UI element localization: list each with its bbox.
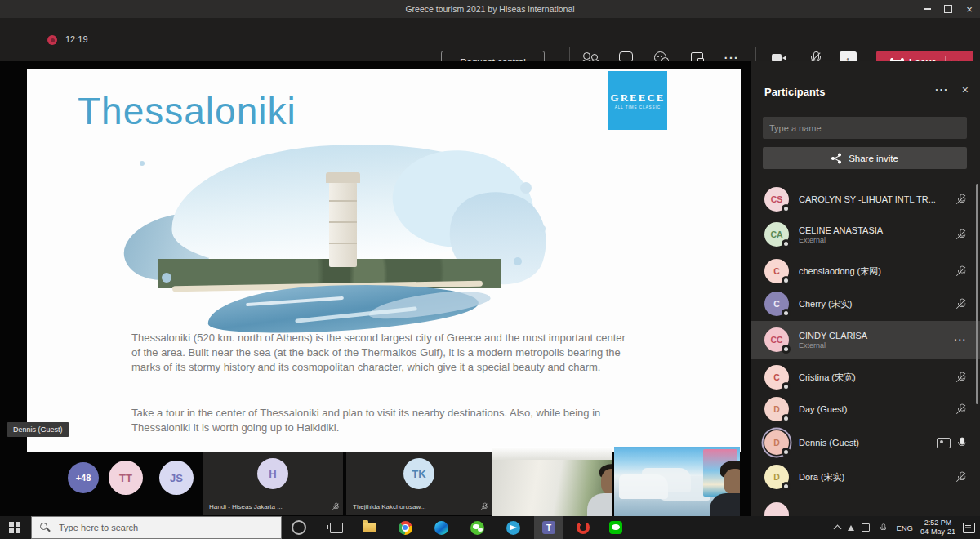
action-center-icon[interactable] [963, 523, 975, 533]
presence-badge [782, 414, 791, 423]
avatar-speaking: D [764, 430, 789, 455]
share-invite-button[interactable]: Share invite [763, 147, 967, 169]
taskbar-search-box[interactable] [31, 516, 282, 539]
presence-badge [782, 448, 791, 457]
wechat-button[interactable] [466, 516, 488, 539]
mic-muted-icon [956, 298, 965, 310]
maximize-button[interactable] [938, 0, 959, 18]
participants-panel: Participants × Share invite CS CAROLYN S… [751, 61, 980, 516]
participant-row-day[interactable]: D Day (Guest) [751, 394, 980, 425]
close-button[interactable]: × [959, 0, 980, 18]
participant-tile-handi[interactable]: H Handi - Hiseas Jakarta ... [203, 452, 343, 514]
windows-logo-icon [9, 522, 20, 533]
tray-chevron-up-icon[interactable] [834, 525, 842, 533]
participant-row-celine[interactable]: CA CELINE ANASTASIA External [751, 216, 980, 252]
telegram-button[interactable] [501, 516, 524, 539]
start-button[interactable] [0, 516, 29, 539]
mic-muted-icon [956, 372, 965, 383]
participant-subtitle: External [799, 236, 946, 244]
greece-logo: GREECE ALL TIME CLASSIC [608, 71, 667, 130]
mic-muted-icon [956, 403, 965, 415]
participant-search-input[interactable] [763, 117, 967, 139]
participant-row-carolyn[interactable]: CS CAROLYN SY -LIHUAT INTL TR... [751, 184, 980, 215]
participant-name: Cherry (宋实) [799, 298, 946, 310]
video-tile-1[interactable] [492, 447, 612, 516]
participant-row-chensiaodong[interactable]: C chensiaodong (宋网) [751, 256, 980, 287]
chrome-button[interactable] [394, 516, 416, 539]
participant-row-dennis[interactable]: D Dennis (Guest) [751, 425, 980, 460]
edge-button[interactable] [430, 516, 452, 539]
taskbar-search-input[interactable] [57, 522, 273, 533]
avatar: CA [764, 222, 789, 247]
red-app-button[interactable] [572, 516, 595, 539]
participant-tile-thejthida[interactable]: TK Thejthida Kakchorusaw... [346, 452, 492, 514]
presence-badge [782, 345, 791, 354]
slide-title: Thessaloniki [78, 89, 296, 133]
meeting-toolbar: 12:19 Request control Leave [0, 18, 980, 61]
video-tile-2[interactable] [614, 447, 740, 516]
chrome-icon [399, 521, 412, 535]
mic-on-icon [956, 437, 965, 448]
window-title: Greece tourism 2021 by Hiseas internatio… [405, 4, 574, 14]
participant-row-cindy[interactable]: CC CINDY CLARISA External [751, 321, 980, 359]
edge-icon [434, 521, 448, 535]
window-title-bar: Greece tourism 2021 by Hiseas internatio… [0, 0, 980, 18]
telegram-icon [506, 521, 520, 535]
thessaloniki-brushstroke-image [123, 145, 550, 331]
clock[interactable]: 2:52 PM 04-May-21 [920, 519, 956, 537]
avatar: CC [764, 327, 789, 352]
line-button[interactable] [604, 516, 627, 539]
participant-name: CINDY CLARISA [799, 331, 945, 341]
participant-row-cherry[interactable]: C Cherry (宋实) [751, 288, 980, 319]
task-view-icon [330, 523, 343, 533]
file-explorer-button[interactable] [358, 516, 381, 539]
date: 04-May-21 [920, 528, 956, 536]
participant-name: CELINE ANASTASIA [799, 225, 946, 235]
partial-participant-avatar [764, 502, 789, 516]
panel-close-button[interactable]: × [962, 84, 969, 96]
share-icon [831, 154, 842, 163]
avatar: C [764, 259, 789, 283]
task-view-button[interactable] [325, 516, 348, 539]
participant-name: CAROLYN SY -LIHUAT INTL TR... [799, 194, 946, 204]
presence-badge [782, 276, 791, 285]
participant-name: Dennis (Guest) [799, 438, 927, 448]
mic-muted-icon [956, 471, 965, 483]
teams-icon: T [542, 521, 555, 534]
teams-button-active[interactable]: T [534, 516, 564, 539]
close-icon: × [966, 4, 973, 15]
person-video-2 [672, 447, 740, 516]
presence-badge [782, 239, 791, 248]
participant-row-cristina[interactable]: C Cristina (宋宽) [751, 362, 980, 393]
avatar: C [764, 365, 789, 390]
participants-scrollbar[interactable] [976, 184, 978, 404]
presence-badge [782, 382, 791, 391]
participant-name: chensiaodong (宋网) [799, 265, 946, 278]
maximize-icon [944, 5, 952, 13]
avatar: TK [403, 458, 434, 489]
tray-mic-icon[interactable] [880, 523, 886, 532]
presence-badge [782, 309, 791, 318]
cortana-button[interactable] [287, 516, 310, 539]
mic-muted-icon [481, 503, 488, 510]
overflow-participants-badge[interactable]: +48 [68, 462, 99, 493]
meeting-stage: Thessaloniki GREECE ALL TIME CLASSIC The… [0, 61, 751, 516]
white-tower-illustration [329, 182, 357, 267]
participants-panel-title: Participants [764, 86, 825, 98]
search-icon [40, 523, 50, 532]
tray-app-icon[interactable] [862, 523, 870, 532]
shared-presentation-slide: Thessaloniki GREECE ALL TIME CLASSIC The… [27, 69, 741, 452]
language-indicator[interactable]: ENG [896, 523, 913, 532]
minimize-button[interactable] [916, 0, 938, 18]
avatar: H [257, 458, 288, 489]
tray-volume-icon[interactable] [848, 525, 854, 531]
mic-muted-icon [956, 265, 965, 277]
teams-meeting-window: Greece tourism 2021 by Hiseas internatio… [0, 0, 980, 539]
row-more-button[interactable] [955, 336, 968, 345]
participant-tile-label: Thejthida Kakchorusaw... [353, 503, 474, 510]
participant-bubble-js[interactable]: JS [159, 461, 194, 495]
wechat-icon [470, 521, 484, 535]
participant-bubble-tt[interactable]: TT [109, 461, 143, 495]
participant-row-dora[interactable]: D Dora (宋实) [751, 461, 980, 492]
panel-more-button[interactable] [935, 85, 949, 95]
